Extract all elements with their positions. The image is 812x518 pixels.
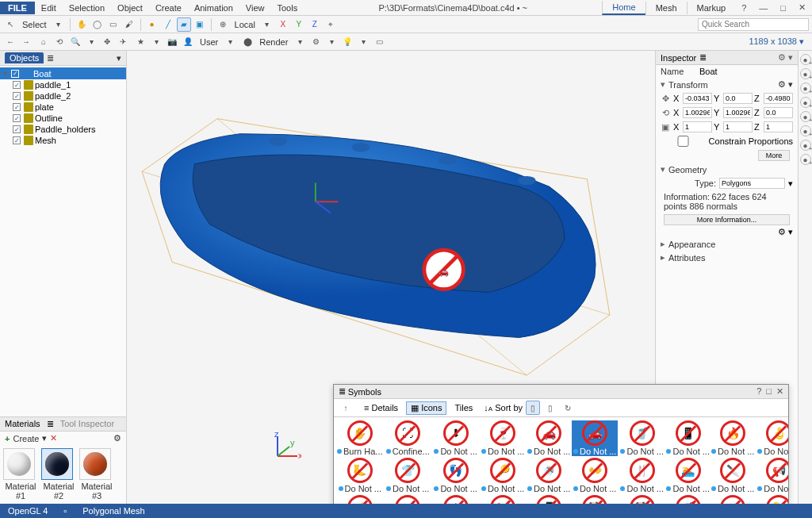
toolinspector-tab[interactable]: Tool Inspector bbox=[60, 419, 114, 429]
axis-z[interactable]: Z bbox=[308, 17, 322, 32]
symbols-header[interactable]: ≣ Symbols ?□✕ bbox=[334, 385, 788, 399]
tool-paint[interactable]: 🖌 bbox=[122, 17, 136, 32]
scl-z[interactable] bbox=[764, 121, 793, 132]
twisty-icon[interactable]: ▾ bbox=[2, 68, 10, 79]
star-dd[interactable]: ▾ bbox=[149, 35, 163, 49]
symbols-panel[interactable]: ≣ Symbols ?□✕ ↑ ≡ Details ▦ Icons Tiles … bbox=[333, 384, 789, 504]
camera-icon[interactable]: 📷 bbox=[165, 35, 179, 49]
material-card[interactable]: Material #2 bbox=[41, 448, 76, 501]
settings-dd[interactable]: ▾ bbox=[324, 35, 339, 49]
symbol-item[interactable]: 🍷Do Not ... bbox=[480, 420, 526, 456]
create-dd[interactable]: ▾ bbox=[42, 433, 47, 443]
user-dd[interactable]: ▾ bbox=[223, 35, 237, 49]
more-button[interactable]: More bbox=[758, 150, 790, 161]
view-tiles[interactable]: Tiles bbox=[450, 401, 477, 414]
symbol-item[interactable]: 👕Do Not ... bbox=[385, 458, 431, 493]
visibility-checkbox[interactable]: ✓ bbox=[13, 136, 21, 144]
close-button[interactable]: ✕ bbox=[792, 1, 812, 14]
axis-gizmo[interactable]: x z y bbox=[270, 432, 301, 464]
symbol-item[interactable]: 🍺No Drin... bbox=[711, 495, 754, 504]
visibility-checkbox[interactable]: ✓ bbox=[13, 125, 21, 133]
render-icon[interactable]: ⬤ bbox=[240, 35, 255, 49]
symbol-item[interactable]: 👣Do Not ... bbox=[433, 458, 479, 493]
material-card[interactable]: Material #3 bbox=[79, 448, 114, 501]
tab-home[interactable]: Home bbox=[602, 1, 645, 15]
up-icon[interactable]: ↑ bbox=[339, 401, 353, 415]
select-label[interactable]: Select bbox=[19, 20, 50, 29]
screen-icon[interactable]: ▭ bbox=[372, 35, 386, 49]
attributes-section[interactable]: ▸Attributes bbox=[656, 251, 798, 264]
axis-x[interactable]: X bbox=[276, 17, 290, 32]
symbol-item[interactable]: 📢Do Not ... bbox=[756, 458, 788, 493]
space-dd[interactable]: ▾ bbox=[260, 17, 274, 32]
refresh-icon[interactable]: ↻ bbox=[561, 401, 575, 415]
side-tool-5[interactable]: ● bbox=[800, 111, 811, 122]
menu-view[interactable]: View bbox=[239, 2, 271, 14]
tree-item[interactable]: ✓Mesh bbox=[0, 135, 126, 146]
symbol-item[interactable]: ⚡Electric ... bbox=[337, 495, 383, 504]
minimize-button[interactable]: — bbox=[753, 2, 774, 14]
objects-tab[interactable]: Objects bbox=[5, 52, 44, 63]
symbol-item[interactable]: 📱Do Not ... bbox=[666, 420, 709, 456]
list-icon[interactable]: ≣ bbox=[47, 53, 54, 63]
user-icon[interactable]: 👤 bbox=[181, 35, 195, 49]
gear-icon[interactable]: ⚙ ▾ bbox=[778, 227, 793, 236]
cursor-icon[interactable]: ↖ bbox=[3, 17, 17, 32]
symbol-item[interactable]: 🥤No Drin... bbox=[666, 495, 709, 504]
tool-hand[interactable]: ✋ bbox=[75, 17, 89, 32]
visibility-checkbox[interactable]: ✓ bbox=[11, 70, 19, 78]
side-tool-6[interactable]: ● bbox=[800, 125, 811, 136]
settings-icon[interactable]: ⚙ bbox=[308, 35, 323, 49]
symbol-item[interactable]: 🍴Do Not ... bbox=[619, 458, 665, 493]
side-tool-4[interactable]: ● bbox=[800, 97, 811, 108]
gear-icon[interactable]: ⚙ ▾ bbox=[778, 52, 793, 63]
visibility-checkbox[interactable]: ✓ bbox=[13, 103, 21, 111]
tree-item[interactable]: ✓Outline bbox=[0, 113, 126, 124]
list-icon[interactable]: ≣ bbox=[47, 419, 54, 429]
symbol-item[interactable]: 🔪Do Not ... bbox=[711, 458, 754, 493]
symbol-item[interactable]: ✋Burn Ha... bbox=[337, 420, 383, 456]
delete-icon[interactable]: ✕ bbox=[50, 433, 57, 443]
menu-animation[interactable]: Animation bbox=[188, 2, 239, 14]
axis-y[interactable]: Y bbox=[292, 17, 306, 32]
menu-create[interactable]: Create bbox=[149, 2, 188, 14]
constrain-checkbox[interactable] bbox=[661, 136, 706, 147]
tree-root[interactable]: ▾ ✓ Boat bbox=[0, 67, 126, 79]
viewport-dims[interactable]: 1189 x 1038 ▾ bbox=[744, 36, 809, 47]
pos-x[interactable] bbox=[683, 93, 712, 104]
mode-face[interactable]: ▰ bbox=[177, 17, 191, 32]
view-details[interactable]: ≡ Details bbox=[359, 401, 403, 414]
view-home[interactable]: ⌂ bbox=[36, 35, 51, 49]
create-label[interactable]: Create bbox=[13, 434, 39, 443]
search-input[interactable] bbox=[698, 18, 809, 31]
symbol-item[interactable]: 📱No Acti... bbox=[527, 495, 570, 504]
materials-tab[interactable]: Materials bbox=[5, 419, 40, 429]
menu-tools[interactable]: Tools bbox=[270, 2, 304, 14]
tree-item[interactable]: ✓paddle_2 bbox=[0, 90, 126, 102]
gear-icon[interactable]: ⚙ bbox=[113, 433, 121, 443]
tree-item[interactable]: ✓plate bbox=[0, 102, 126, 113]
rot-z[interactable] bbox=[764, 107, 793, 118]
menu-object[interactable]: Object bbox=[111, 2, 149, 14]
tree-item[interactable]: ✓paddle_1 bbox=[0, 79, 126, 90]
symbol-item[interactable]: 🦶Do Not ... bbox=[337, 458, 383, 493]
visibility-checkbox[interactable]: ✓ bbox=[13, 114, 21, 122]
sort-opt-1[interactable]: ▯ bbox=[526, 401, 540, 415]
pos-z[interactable] bbox=[764, 93, 793, 104]
gear-icon[interactable]: ⚙ ▾ bbox=[778, 79, 793, 90]
sort-opt-2[interactable]: ▯ bbox=[543, 401, 557, 415]
star-icon[interactable]: ★ bbox=[133, 35, 147, 49]
add-icon[interactable]: + bbox=[5, 434, 10, 443]
mode-object[interactable]: ▣ bbox=[193, 17, 207, 32]
material-card[interactable]: Material #1 bbox=[3, 448, 38, 501]
tool-lasso[interactable]: ◯ bbox=[90, 17, 105, 32]
symbol-item[interactable]: 💊No Drug... bbox=[756, 495, 788, 504]
symbol-item[interactable]: ⛶Confine... bbox=[385, 420, 431, 456]
help-button[interactable]: ? bbox=[735, 2, 753, 14]
render-dd[interactable]: ▾ bbox=[293, 35, 307, 49]
space-icon[interactable]: ⊕ bbox=[216, 17, 230, 32]
space-label[interactable]: Local bbox=[232, 20, 259, 29]
transform-section[interactable]: ▾Transform⚙ ▾ bbox=[656, 78, 798, 91]
symbol-item[interactable]: 👐Do Not ... bbox=[572, 458, 618, 493]
menu-file[interactable]: FILE bbox=[0, 2, 35, 14]
